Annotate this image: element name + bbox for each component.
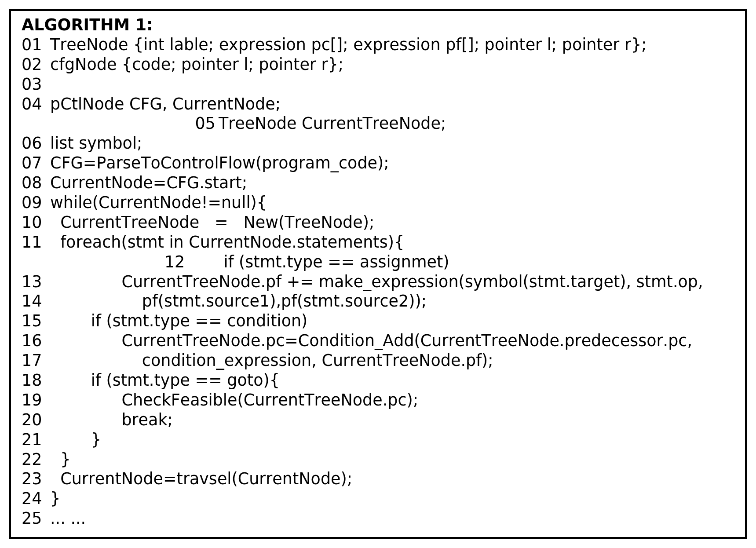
line-number: 18 [22, 371, 45, 391]
line-text: } [45, 430, 101, 449]
page: ALGORITHM 1: 01 TreeNode {int lable; exp… [0, 0, 756, 548]
line-number: 04 [22, 95, 45, 114]
line-number: 01 [22, 35, 45, 55]
line-number: 16 [22, 331, 45, 351]
code-line: 08 CurrentNode=CFG.start; [22, 173, 734, 193]
line-number: 20 [22, 410, 45, 430]
line-text: list symbol; [45, 134, 142, 153]
line-number: 19 [22, 391, 45, 410]
code-line: 14 pf(stmt.source1),pf(stmt.source2)); [22, 292, 734, 311]
code-line: 22 } [22, 450, 734, 470]
code-line: 19 CheckFeasible(CurrentTreeNode.pc); [22, 391, 734, 410]
code-line: 11 foreach(stmt in CurrentNode.statement… [22, 233, 734, 252]
line-text: if (stmt.type == assignmet) [188, 252, 449, 271]
line-number: 24 [22, 489, 45, 509]
line-number: 10 [22, 213, 45, 233]
line-text: if (stmt.type == goto){ [45, 371, 280, 390]
line-number: 07 [22, 153, 45, 173]
code-line: 24 } [22, 489, 734, 509]
code-line: 15 if (stmt.type == condition) [22, 311, 734, 331]
algorithm-box: ALGORITHM 1: 01 TreeNode {int lable; exp… [9, 9, 747, 539]
code-line: 10 CurrentTreeNode = New(TreeNode); [22, 213, 734, 233]
code-line: 23 CurrentNode=travsel(CurrentNode); [22, 469, 734, 489]
line-number: 06 [22, 134, 45, 153]
line-text: CurrentTreeNode = New(TreeNode); [45, 213, 374, 232]
line-number: 22 [22, 450, 45, 470]
code-line: 25 ... ... [22, 509, 734, 529]
code-line: 05TreeNode CurrentTreeNode; [22, 114, 734, 134]
line-text: TreeNode {int lable; expression pc[]; ex… [45, 35, 646, 54]
code-line: 01 TreeNode {int lable; expression pc[];… [22, 35, 734, 55]
code-line: 09 while(CurrentNode!=null){ [22, 193, 734, 213]
line-number: 11 [22, 233, 45, 252]
line-text [45, 75, 50, 94]
line-number: 21 [22, 430, 45, 450]
code-line: 16 CurrentTreeNode.pc=Condition_Add(Curr… [22, 331, 734, 351]
line-text: CurrentNode=travsel(CurrentNode); [45, 469, 352, 488]
line-number: 14 [22, 292, 45, 311]
line-text: CFG=ParseToControlFlow(program_code); [45, 153, 389, 172]
line-number: 15 [22, 311, 45, 331]
code-line: 18 if (stmt.type == goto){ [22, 371, 734, 391]
code-line: 13 CurrentTreeNode.pf += make_expression… [22, 272, 734, 292]
code-line: 07 CFG=ParseToControlFlow(program_code); [22, 153, 734, 173]
line-text: while(CurrentNode!=null){ [45, 193, 267, 212]
line-number: 12 [164, 252, 188, 272]
code-line: 21 } [22, 430, 734, 450]
line-number: 23 [22, 469, 45, 489]
line-text: CurrentTreeNode.pf += make_expression(sy… [45, 272, 703, 291]
line-number: 17 [22, 351, 45, 371]
line-text: cfgNode {code; pointer l; pointer r}; [45, 55, 343, 74]
line-number: 02 [22, 55, 45, 75]
line-text: CheckFeasible(CurrentTreeNode.pc); [45, 391, 418, 409]
code-line: 17 condition_expression, CurrentTreeNode… [22, 351, 734, 371]
line-text: foreach(stmt in CurrentNode.statements){ [45, 233, 404, 252]
line-text: } [45, 489, 60, 508]
line-text: if (stmt.type == condition) [45, 311, 307, 330]
line-text: CurrentNode=CFG.start; [45, 173, 247, 192]
code-line: 04 pCtlNode CFG, CurrentNode; [22, 95, 734, 114]
line-text: TreeNode CurrentTreeNode; [219, 114, 446, 133]
line-number: 08 [22, 173, 45, 193]
line-text: condition_expression, CurrentTreeNode.pf… [45, 351, 493, 370]
line-text: } [45, 450, 70, 469]
code-line: 02 cfgNode {code; pointer l; pointer r}; [22, 55, 734, 75]
line-text: pCtlNode CFG, CurrentNode; [45, 95, 281, 113]
line-text: ... ... [45, 509, 86, 528]
algorithm-code-block: 01 TreeNode {int lable; expression pc[];… [22, 35, 734, 529]
code-line: 12 if (stmt.type == assignmet) [22, 252, 734, 272]
line-text: pf(stmt.source1),pf(stmt.source2)); [45, 292, 427, 311]
line-number: 03 [22, 75, 45, 95]
line-number: 05 [195, 114, 218, 134]
code-line: 06 list symbol; [22, 134, 734, 153]
line-number: 09 [22, 193, 45, 213]
line-number: 13 [22, 272, 45, 292]
code-line: 20 break; [22, 410, 734, 430]
line-number: 25 [22, 509, 45, 529]
algorithm-title: ALGORITHM 1: [22, 15, 734, 35]
line-text: CurrentTreeNode.pc=Condition_Add(Current… [45, 331, 692, 350]
code-line: 03 [22, 75, 734, 95]
line-text: break; [45, 410, 172, 429]
